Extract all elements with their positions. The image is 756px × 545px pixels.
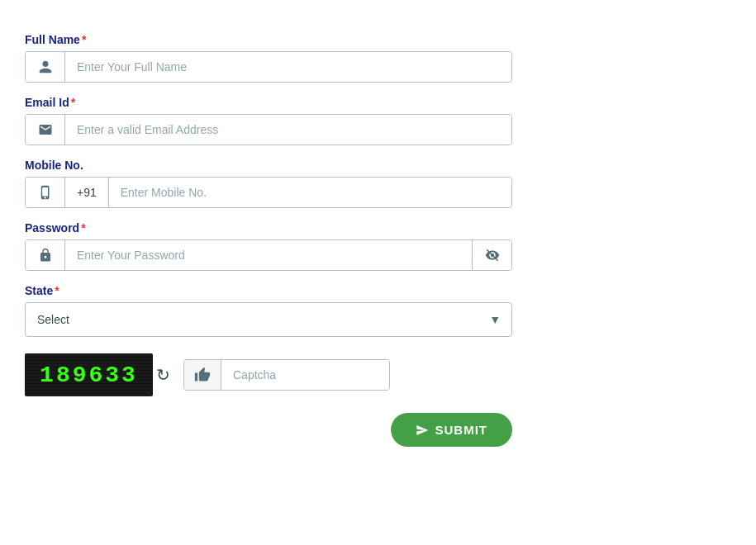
captcha-value: 189633	[40, 363, 138, 388]
submit-label: SUBMIT	[435, 423, 488, 437]
mobile-input-wrapper: +91	[25, 177, 512, 208]
captcha-row: 189633 ↻	[25, 353, 512, 396]
mobile-input[interactable]	[109, 178, 511, 207]
state-label: State*	[25, 284, 512, 297]
fullname-input-wrapper	[25, 51, 512, 83]
captcha-input-wrapper	[183, 359, 390, 391]
fullname-group: Full Name*	[25, 33, 512, 83]
email-group: Email Id*	[25, 96, 512, 145]
submit-button[interactable]: SUBMIT	[391, 413, 513, 447]
email-input-wrapper	[25, 114, 512, 145]
captcha-input[interactable]	[221, 360, 389, 390]
captcha-display: 189633	[25, 353, 153, 396]
password-toggle-button[interactable]	[472, 240, 511, 270]
submit-row: SUBMIT	[25, 413, 512, 447]
mobile-icon	[26, 178, 65, 207]
email-icon	[26, 115, 65, 145]
captcha-refresh-icon[interactable]: ↻	[156, 365, 170, 385]
mobile-label: Mobile No.	[25, 159, 512, 172]
fullname-input[interactable]	[65, 52, 511, 82]
password-input-wrapper	[25, 239, 512, 271]
fullname-label: Full Name*	[25, 33, 512, 46]
lock-icon	[26, 240, 65, 270]
thumbsup-icon	[184, 360, 221, 390]
submit-icon	[416, 424, 429, 437]
person-icon	[26, 52, 65, 82]
state-select-wrapper: Select ▼	[25, 302, 512, 337]
state-group: State* Select ▼	[25, 284, 512, 337]
mobile-group: Mobile No. +91	[25, 159, 512, 208]
email-label: Email Id*	[25, 96, 512, 109]
password-input[interactable]	[65, 240, 472, 270]
email-input[interactable]	[65, 115, 511, 145]
captcha-image-group: 189633 ↻	[25, 353, 170, 396]
registration-form: Full Name* Email Id* Mobile	[25, 33, 512, 447]
state-select[interactable]: Select	[25, 302, 512, 337]
password-label: Password*	[25, 221, 512, 235]
mobile-prefix: +91	[65, 178, 109, 207]
password-group: Password*	[25, 221, 512, 271]
